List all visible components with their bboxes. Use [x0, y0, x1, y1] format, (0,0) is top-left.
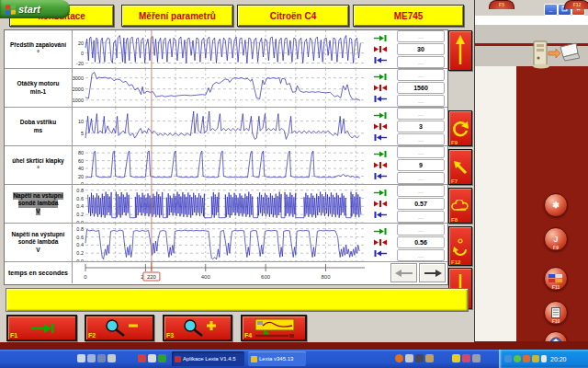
- min-value-box: ...: [397, 56, 445, 68]
- zoom-in-icon: [177, 319, 218, 338]
- max-marker-icon[interactable]: [373, 111, 388, 120]
- min-marker-icon[interactable]: [373, 172, 388, 180]
- channel-plot[interactable]: 0.80.60.40.20.0: [73, 224, 367, 261]
- fkey-label: F12: [451, 259, 460, 265]
- fkey-tab[interactable]: F12: [564, 0, 588, 9]
- svg-text:800: 800: [321, 274, 331, 280]
- current-marker-icon[interactable]: [373, 238, 388, 247]
- channel-row: Doba vstřikums105...3...: [5, 108, 447, 146]
- min-marker-icon[interactable]: [373, 249, 388, 258]
- parameter-chart-panel: Předstih zapalování°200-20...30...Otáčky…: [4, 29, 448, 285]
- pointer-button[interactable]: F7: [448, 149, 472, 185]
- pan-left-button[interactable]: [390, 263, 417, 282]
- language-button[interactable]: F11: [544, 267, 568, 291]
- current-marker-icon[interactable]: [373, 161, 388, 169]
- svg-text:0.6: 0.6: [76, 196, 84, 201]
- channel-label[interactable]: Doba vstřikums: [5, 108, 73, 145]
- channel-plot[interactable]: 806040200: [73, 146, 367, 184]
- refresh-button[interactable]: F9: [448, 110, 472, 146]
- current-marker-icon[interactable]: [373, 84, 388, 92]
- current-value-box: 0.57: [397, 198, 445, 210]
- channel-plot[interactable]: 200-20: [73, 30, 367, 68]
- channel-row: Napětí na výstupnísondě lambdaV0.80.60.4…: [5, 224, 447, 262]
- channel-label[interactable]: Předstih zapalování°: [5, 30, 73, 68]
- quicklaunch-icon[interactable]: [97, 354, 106, 362]
- min-marker-icon[interactable]: [373, 95, 388, 103]
- save-cloud-button[interactable]: F8: [448, 188, 472, 224]
- max-marker-icon[interactable]: [373, 227, 388, 236]
- scroll-up-button[interactable]: [448, 30, 472, 71]
- channel-label[interactable]: Napětí na výstupnísondě lambdaV: [5, 224, 73, 261]
- current-marker-icon[interactable]: [373, 200, 388, 208]
- toolbar-icon[interactable]: [462, 354, 470, 362]
- windows-flag-icon: [6, 4, 16, 15]
- tray-icon[interactable]: [504, 355, 512, 362]
- channel-label[interactable]: úhel škrticí klapky°: [5, 146, 73, 184]
- channel-plot[interactable]: 105: [73, 108, 367, 145]
- fkey-tab[interactable]: F5: [489, 0, 514, 9]
- quicklaunch-icon[interactable]: [158, 354, 166, 362]
- min-marker-icon[interactable]: [373, 56, 388, 64]
- svg-text:220: 220: [147, 274, 157, 280]
- taskbar-clock: 20:20: [550, 356, 567, 362]
- ecu-name-button[interactable]: ME745: [353, 5, 464, 27]
- svg-text:0.4: 0.4: [76, 203, 84, 209]
- menu-mereni-parametru-button[interactable]: Měření parametrů: [121, 5, 233, 27]
- language-flags-icon: [548, 274, 563, 283]
- quicklaunch-icon[interactable]: [138, 354, 146, 362]
- max-marker-icon[interactable]: [373, 189, 388, 197]
- max-value-box: ...: [397, 185, 445, 197]
- task-button[interactable]: Lexia v345.13: [248, 351, 306, 366]
- channel-label[interactable]: Napětí na vstupnísondě lambdaV: [5, 185, 73, 223]
- max-marker-icon[interactable]: [373, 34, 388, 42]
- quicklaunch-icon[interactable]: [148, 354, 156, 362]
- value-readouts: ...0.56...: [394, 224, 447, 261]
- quicklaunch-icon[interactable]: [87, 354, 96, 362]
- toolbar-icon[interactable]: [395, 354, 403, 362]
- task-button-active[interactable]: Aplikace Lexia V1.4.5: [172, 351, 244, 366]
- tray-icon[interactable]: [532, 355, 539, 362]
- confirm-button[interactable]: ✱: [544, 193, 568, 217]
- fkey-label: F8: [451, 217, 458, 223]
- channel-label[interactable]: Otáčky motorumin-1: [5, 69, 73, 107]
- channel-plot[interactable]: 300020001000: [73, 69, 367, 107]
- vehicle-name-button[interactable]: Citroën C4: [237, 5, 349, 27]
- current-marker-icon[interactable]: [373, 122, 388, 131]
- notes-button[interactable]: F10: [544, 301, 568, 325]
- quicklaunch-icon[interactable]: [77, 354, 85, 362]
- desktop: _ ❐ × ✱ J F9: [0, 0, 588, 368]
- start-button[interactable]: start: [0, 0, 70, 18]
- f1-step-button[interactable]: F1: [6, 315, 77, 341]
- max-marker-icon[interactable]: [373, 73, 388, 81]
- toolbar-icon[interactable]: [452, 354, 460, 362]
- min-marker-icon[interactable]: [373, 133, 388, 142]
- quicklaunch-icon[interactable]: [107, 354, 116, 362]
- max-marker-icon[interactable]: [373, 150, 388, 158]
- reset-button[interactable]: F12: [448, 226, 472, 266]
- toolbar-icon[interactable]: [425, 354, 434, 362]
- f4-overview-button[interactable]: F4: [241, 315, 307, 341]
- channel-plot[interactable]: 0.80.60.40.20.0: [73, 185, 367, 223]
- min-marker-icon[interactable]: [373, 211, 388, 219]
- tray-icon[interactable]: [541, 355, 547, 362]
- max-value-box: ...: [397, 146, 445, 158]
- minimize-icon[interactable]: _: [544, 4, 558, 16]
- fkey-label: F4: [244, 332, 252, 339]
- tray-icon[interactable]: [514, 355, 521, 362]
- tray-icon[interactable]: [523, 355, 530, 362]
- max-value-box: ...: [397, 30, 445, 42]
- toolbar-icon[interactable]: [472, 354, 481, 362]
- f3-zoom-in-button[interactable]: F3: [163, 315, 232, 341]
- max-value-box: ...: [397, 69, 445, 81]
- toolbar-icon[interactable]: [405, 354, 413, 362]
- task-label: Aplikace Lexia V1.4.5: [183, 356, 236, 362]
- current-marker-icon[interactable]: [373, 45, 388, 53]
- pan-right-button[interactable]: [419, 263, 446, 282]
- svg-text:80: 80: [78, 150, 84, 155]
- marker-controls: [367, 185, 394, 223]
- toolbar-icon[interactable]: [415, 354, 424, 362]
- f2-zoom-out-button[interactable]: F2: [85, 315, 154, 341]
- svg-text:3000: 3000: [73, 75, 84, 81]
- undo-button[interactable]: J F9: [544, 227, 568, 251]
- svg-text:60: 60: [78, 158, 84, 164]
